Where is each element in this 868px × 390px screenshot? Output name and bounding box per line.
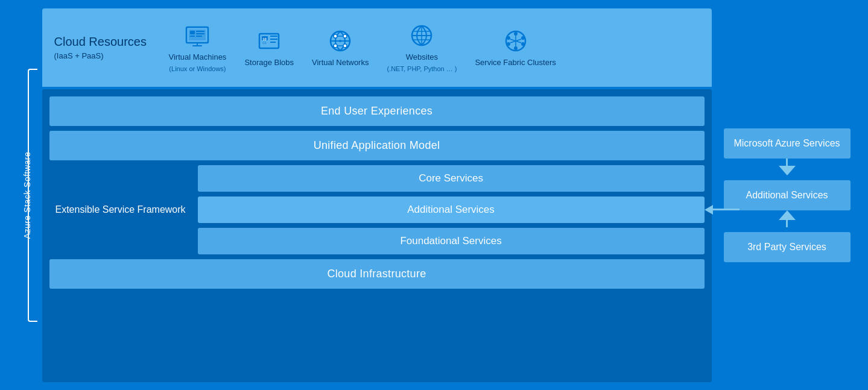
cloud-resources-subtitle: (IaaS + PaaS): [54, 51, 151, 60]
svg-point-36: [507, 42, 510, 46]
azure-stack-brace: [28, 69, 37, 322]
connector-line-top: [786, 159, 788, 166]
extensible-framework-row: Extensible Service Framework Core Servic…: [49, 165, 705, 254]
azure-stack-label-container: Azure Stack Software: [18, 8, 37, 382]
arrow-down-connector: [724, 159, 851, 180]
svg-point-21: [343, 34, 347, 38]
svg-point-32: [514, 32, 518, 36]
websites-sublabel: (.NET, PHP, Python … ): [387, 65, 457, 72]
arrow-up-connector: [724, 210, 851, 232]
cloud-resources-title: Cloud Resources: [54, 35, 151, 49]
arrow-down-head: [779, 166, 796, 175]
cloud-resources-bar: Cloud Resources (IaaS + PaaS): [42, 8, 712, 87]
svg-text:…: …: [334, 36, 337, 39]
horizontal-arrow-connector: [705, 205, 740, 215]
core-services-box: Core Services: [198, 165, 705, 192]
end-user-experiences-layer: End User Experiences: [49, 96, 705, 126]
unified-application-model-layer: Unified Application Model: [49, 131, 705, 160]
additional-services-right-box: Additional Services: [724, 180, 851, 210]
svg-rect-2: [190, 31, 195, 34]
svg-point-35: [521, 36, 525, 40]
websites-icon: [408, 22, 435, 49]
websites-label: Websites: [406, 52, 438, 61]
third-party-services-box: 3rd Party Services: [724, 232, 851, 262]
cloud-resource-virtual-machines: Virtual Machines (Linux or Windows): [169, 22, 227, 72]
vnet-icon: …: [327, 28, 353, 54]
svg-point-18: [339, 40, 341, 42]
cloud-resource-websites: Websites (.NET, PHP, Python … ): [387, 22, 457, 72]
svg-point-33: [514, 46, 518, 50]
svg-point-34: [507, 36, 510, 40]
svg-rect-8: [192, 45, 202, 46]
cloud-resources-title-block: Cloud Resources (IaaS + PaaS): [54, 35, 151, 60]
vm-sublabel: (Linux or Windows): [169, 65, 226, 72]
inner-box: End User Experiences Unified Application…: [42, 89, 712, 382]
storage-icon: 10 01: [256, 28, 282, 54]
arrow-body: [713, 209, 740, 210]
svg-text:01: 01: [262, 41, 267, 45]
vm-label: Virtual Machines: [169, 52, 227, 61]
arrow-head-left: [705, 205, 713, 215]
vm-icon: [184, 22, 211, 49]
cloud-resource-virtual-networks: … Virtual Networks: [312, 28, 369, 67]
svg-rect-5: [196, 33, 204, 34]
foundational-services-box: Foundational Services: [198, 228, 705, 254]
cloud-resource-storage-blobs: 10 01 Storage Blobs: [244, 28, 294, 67]
svg-rect-4: [196, 31, 204, 32]
svg-rect-6: [196, 36, 202, 37]
svg-point-23: [343, 44, 347, 48]
arrow-up-head: [779, 210, 796, 220]
storage-label: Storage Blobs: [244, 58, 294, 67]
cloud-infrastructure-layer: Cloud Infrastructure: [49, 259, 705, 289]
extensible-framework-label: Extensible Service Framework: [49, 165, 192, 254]
additional-services-box: Additional Services: [198, 197, 705, 223]
framework-services: Core Services Additional Services Founda…: [198, 165, 705, 254]
fabric-label: Service Fabric Clusters: [475, 58, 556, 67]
cloud-resource-service-fabric: Service Fabric Clusters: [475, 28, 556, 67]
fabric-icon: [502, 28, 529, 54]
right-panel: Microsoft Azure Services Additional Serv…: [724, 8, 851, 382]
svg-point-22: [334, 44, 337, 48]
content-area: Cloud Resources (IaaS + PaaS): [42, 8, 712, 382]
connector-line-bottom: [786, 220, 788, 227]
svg-rect-3: [190, 36, 195, 37]
svg-point-37: [521, 42, 525, 46]
main-container: Azure Stack Software Cloud Resources (Ia…: [18, 8, 851, 382]
vnet-label: Virtual Networks: [312, 58, 369, 67]
microsoft-azure-services-box: Microsoft Azure Services: [724, 128, 851, 159]
